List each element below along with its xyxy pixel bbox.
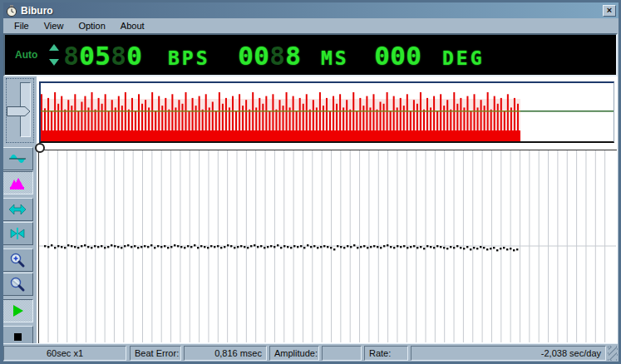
status-rate-value: -2,038 sec/day bbox=[411, 346, 606, 361]
close-button[interactable]: × bbox=[603, 5, 616, 17]
app-icon bbox=[6, 5, 17, 17]
slider-thumb[interactable] bbox=[7, 106, 31, 116]
led-digit: 5 bbox=[95, 40, 111, 71]
menubar: File View Option About bbox=[3, 18, 619, 33]
play-icon bbox=[8, 303, 27, 319]
status-beat-error-label: Beat Error: bbox=[130, 346, 181, 361]
waveform-view-button[interactable] bbox=[2, 147, 33, 170]
sine-wave-icon bbox=[8, 150, 27, 167]
zoom-in-button[interactable] bbox=[2, 248, 33, 272]
rate-trace-chart bbox=[38, 150, 617, 343]
status-amplitude-value bbox=[322, 346, 362, 361]
status-beat-error-value: 0,816 msec bbox=[184, 346, 267, 361]
menu-about[interactable]: About bbox=[113, 19, 152, 32]
content-area bbox=[37, 76, 618, 343]
tick-waveform-svg bbox=[41, 83, 614, 141]
statusbar: 60sec x1 Beat Error: 0,816 msec Amplitud… bbox=[3, 343, 618, 362]
titlebar[interactable]: Biburo × bbox=[3, 2, 619, 18]
peak-icon bbox=[8, 175, 27, 191]
peak-view-button[interactable] bbox=[2, 171, 33, 194]
led-digit: 0 bbox=[79, 40, 95, 71]
compress-horizontal-button[interactable] bbox=[2, 222, 33, 245]
horizontal-compress-arrow-icon bbox=[8, 225, 27, 242]
led-digit: 0 bbox=[374, 40, 390, 71]
app-window: Biburo × File View Option About Auto 805… bbox=[0, 0, 621, 364]
led-digit: 0 bbox=[126, 40, 142, 71]
amplitude-value-digits: 000 bbox=[374, 40, 421, 71]
status-timescale: 60sec x1 bbox=[3, 346, 126, 361]
trace-start-marker bbox=[35, 143, 45, 153]
spinner-down-arrow-icon[interactable] bbox=[49, 59, 59, 66]
menu-option[interactable]: Option bbox=[71, 19, 112, 32]
zoom-out-icon bbox=[8, 276, 27, 293]
auto-mode-label: Auto bbox=[15, 49, 37, 61]
led-digit: 0 bbox=[390, 40, 406, 71]
ms-unit-label: MS bbox=[321, 47, 349, 70]
window-border-top bbox=[0, 0, 621, 2]
led-digit: 0 bbox=[406, 40, 421, 71]
beat-error-value-digits: 0088 bbox=[238, 40, 301, 71]
gain-slider bbox=[3, 76, 37, 146]
window-title: Biburo bbox=[21, 5, 603, 17]
start-measure-button[interactable] bbox=[2, 299, 33, 322]
tick-waveform-panel bbox=[39, 81, 614, 143]
led-digit: 0 bbox=[254, 40, 269, 71]
led-display-panel: Auto 80580 BPS 0088 MS 000 DEG bbox=[3, 33, 618, 76]
led-digit: 0 bbox=[238, 40, 254, 71]
led-digit: 8 bbox=[269, 40, 285, 71]
led-digit: 8 bbox=[285, 40, 301, 71]
bps-unit-label: BPS bbox=[168, 47, 210, 70]
status-amplitude-label: Amplitude: bbox=[269, 346, 319, 361]
menu-file[interactable]: File bbox=[7, 19, 37, 32]
zoom-out-button[interactable] bbox=[2, 273, 33, 296]
zoom-in-icon bbox=[8, 252, 27, 268]
bps-spinner bbox=[48, 42, 60, 71]
menu-view[interactable]: View bbox=[37, 19, 71, 32]
deg-unit-label: DEG bbox=[442, 47, 485, 70]
led-digit: 8 bbox=[111, 40, 126, 71]
toolbar bbox=[2, 147, 36, 350]
expand-horizontal-button[interactable] bbox=[2, 198, 33, 221]
status-rate-label: Rate: bbox=[364, 346, 408, 361]
resize-grip[interactable] bbox=[608, 346, 618, 361]
spinner-up-arrow-icon[interactable] bbox=[49, 44, 59, 51]
horizontal-expand-arrow-icon bbox=[8, 201, 27, 218]
rate-trace-svg bbox=[39, 150, 616, 342]
window-border-left bbox=[0, 0, 3, 364]
bps-value-digits: 80580 bbox=[63, 40, 142, 71]
led-digit: 8 bbox=[63, 40, 79, 71]
